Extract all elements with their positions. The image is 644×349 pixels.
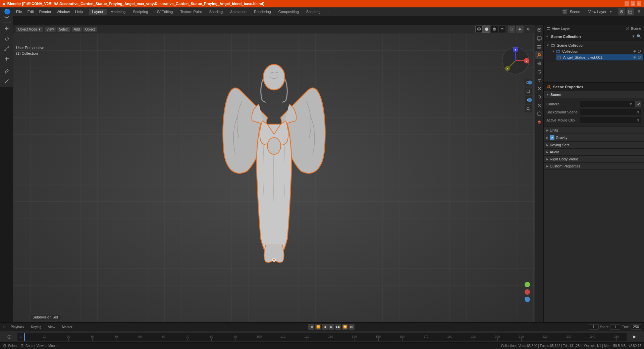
timeline-left-icon[interactable]	[3, 333, 16, 341]
output-props-icon[interactable]	[535, 34, 543, 42]
custom-properties-section-header[interactable]: ▶ Custom Properties	[544, 163, 644, 170]
scale-tool-button[interactable]	[2, 44, 11, 53]
step-back-button[interactable]: ◀	[322, 324, 328, 330]
filter-icon[interactable]	[635, 8, 643, 15]
step-forward-button[interactable]: ▶▶	[335, 324, 341, 330]
angel-render-icon[interactable]	[637, 55, 641, 59]
search-button[interactable]	[525, 105, 532, 112]
measure-tool-button[interactable]	[2, 77, 11, 86]
angel-visibility-icon[interactable]	[633, 55, 637, 59]
viewport-canvas[interactable]: X Y Z	[13, 34, 535, 329]
workspace-layout[interactable]: Layout	[89, 9, 107, 15]
rigid-body-world-section-header[interactable]: ▶ Rigid Body World	[544, 156, 644, 163]
view-layer-tab[interactable]: View Layer	[546, 27, 570, 31]
jump-end-button[interactable]: ⏭	[348, 324, 355, 330]
viewport-select-menu[interactable]: Select	[57, 27, 70, 32]
current-frame-input[interactable]: 1	[589, 324, 599, 330]
view-menu[interactable]: View	[46, 325, 57, 329]
outliner-item-angel[interactable]: Angel_Statue_pivot.001	[556, 54, 643, 60]
menu-blender[interactable]: 🔵	[1, 8, 13, 15]
scene-settings-icon[interactable]	[618, 8, 625, 15]
keying-menu[interactable]: Keying	[29, 325, 44, 329]
overlay-button[interactable]	[508, 26, 515, 33]
modifier-props-icon[interactable]	[535, 76, 543, 84]
close-button[interactable]: ✕	[637, 1, 641, 6]
data-props-icon[interactable]	[535, 110, 543, 118]
collection-render-icon[interactable]	[637, 49, 641, 53]
minimize-button[interactable]: ─	[625, 1, 629, 6]
outliner-item-collection[interactable]: ▼ Collection	[550, 48, 643, 54]
start-frame-input[interactable]: 1	[610, 324, 620, 330]
nav-orb-red[interactable]	[525, 289, 530, 295]
world-props-icon[interactable]	[535, 59, 543, 67]
menu-help[interactable]: Help	[72, 9, 86, 14]
workspace-texture-paint[interactable]: Texture Paint	[177, 9, 205, 15]
marker-menu[interactable]: Marker	[60, 325, 74, 329]
mode-dropdown[interactable]: Object Mode ▼	[16, 27, 43, 32]
solid-shading-button[interactable]	[483, 26, 490, 33]
move-tool-button[interactable]	[2, 24, 11, 33]
looksdev-shading-button[interactable]	[491, 26, 498, 33]
menu-render[interactable]: Render	[37, 9, 54, 14]
next-frame-button[interactable]: ⏩	[342, 324, 348, 330]
transform-tool-button[interactable]	[2, 54, 11, 63]
maximize-button[interactable]: □	[631, 1, 635, 6]
menu-edit[interactable]: Edit	[25, 9, 37, 14]
workspace-rendering[interactable]: Rendering	[251, 9, 274, 15]
gizmo-button[interactable]	[516, 26, 524, 33]
outliner-search-button[interactable]: 🔍	[637, 34, 641, 39]
playback-menu[interactable]: Playback	[9, 325, 26, 329]
wireframe-shading-button[interactable]	[475, 26, 483, 33]
background-scene-value[interactable]: ⚙	[580, 109, 641, 115]
timeline-track[interactable]: 1102030405060708090100110120130140150160…	[0, 331, 644, 342]
physics-props-icon[interactable]	[535, 93, 543, 101]
nav-orb-blue[interactable]	[525, 297, 530, 302]
workspace-scripting[interactable]: Scripting	[303, 9, 324, 15]
scene-header[interactable]: ▼ Scene	[544, 91, 644, 98]
prev-frame-button[interactable]: ⏪	[315, 324, 321, 330]
snapping-button[interactable]	[525, 26, 532, 33]
editor-type-icon[interactable]	[627, 8, 634, 15]
add-workspace-button[interactable]: +	[326, 10, 330, 14]
audio-section-header[interactable]: ▶ Audio	[544, 149, 644, 156]
particles-props-icon[interactable]	[535, 85, 543, 93]
view-layer-props-icon[interactable]	[535, 43, 543, 51]
nav-orb-green[interactable]	[525, 282, 530, 287]
play-button[interactable]: ▶	[328, 324, 334, 330]
end-frame-input[interactable]: 250	[631, 324, 641, 330]
units-section-header[interactable]: ▶ Units	[544, 127, 644, 134]
jump-start-button[interactable]: ⏮	[308, 324, 314, 330]
title-controls[interactable]: ─ □ ✕	[625, 1, 641, 6]
viewport-view-menu[interactable]: View	[45, 27, 56, 32]
scene-tab-in-bar[interactable]: Scene	[626, 27, 641, 31]
menu-file[interactable]: File	[13, 9, 25, 14]
subdivision-label[interactable]: Subdivision Set	[30, 314, 61, 320]
workspace-compositing[interactable]: Compositing	[275, 9, 302, 15]
camera-value[interactable]: ⚙	[580, 101, 635, 107]
rendered-shading-button[interactable]	[498, 26, 506, 33]
movie-clip-value[interactable]: ⚙	[580, 117, 641, 123]
viewport-object-menu[interactable]: Object	[83, 27, 97, 32]
view-layer-dropdown[interactable]: ▼	[609, 10, 612, 13]
gravity-section-header[interactable]: ▶ Gravity	[544, 134, 644, 142]
outliner-item-scene-collection[interactable]: ▼ Scene Collection	[545, 42, 643, 48]
viewport[interactable]: Object Mode ▼ View Select Add Object	[13, 25, 535, 329]
menu-window[interactable]: Window	[54, 9, 72, 14]
camera-edit-button[interactable]	[635, 101, 641, 107]
scene-props-icon[interactable]	[535, 51, 543, 59]
collection-visibility-icon[interactable]	[633, 49, 637, 53]
workspace-modeling[interactable]: Modeling	[107, 9, 129, 15]
render-props-icon[interactable]	[535, 26, 543, 34]
workspace-shading[interactable]: Shading	[206, 9, 226, 15]
object-props-icon[interactable]	[535, 68, 543, 76]
workspace-animation[interactable]: Animation	[227, 9, 250, 15]
camera-browse-icon[interactable]: ⚙	[630, 102, 633, 106]
timeline-ruler[interactable]: 1102030405060708090100110120130140150160…	[17, 333, 627, 341]
rotate-tool-button[interactable]	[2, 34, 11, 43]
keying-sets-section-header[interactable]: ▶ Keying Sets	[544, 142, 644, 149]
workspace-uv-editing[interactable]: UV Editing	[152, 9, 176, 15]
workspace-sculpting[interactable]: Sculpting	[129, 9, 151, 15]
material-props-icon[interactable]	[535, 118, 543, 126]
navigation-gizmo[interactable]: X Y Z	[500, 46, 531, 76]
outliner-filter-button[interactable]: ▼	[632, 34, 635, 39]
